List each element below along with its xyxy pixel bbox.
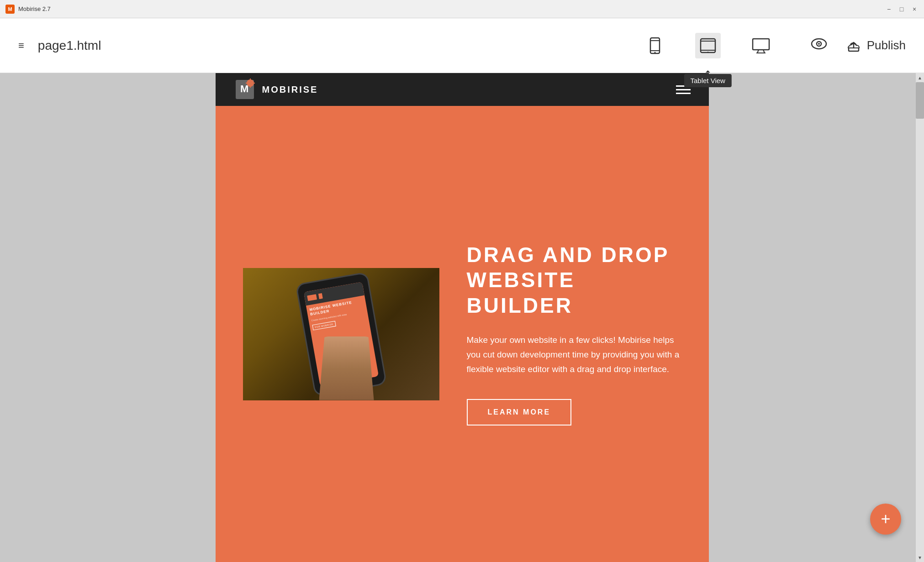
phone-photo: MOBIRISE WEBSITE BUILDER Create stunning… xyxy=(243,268,439,400)
site-logo: M MOBIRISE xyxy=(234,79,318,100)
hero-description: Make your own website in a few clicks! M… xyxy=(467,333,681,377)
svg-point-14 xyxy=(818,43,820,45)
filename: page1.html xyxy=(38,38,642,53)
view-controls: Tablet View xyxy=(642,33,774,58)
hero-image: MOBIRISE WEBSITE BUILDER Create stunning… xyxy=(243,268,439,400)
scrollbar-track: ▲ ▼ xyxy=(916,73,924,562)
phone-screen-btn: FOR MOBRISE xyxy=(312,320,336,330)
window-title: Mobirise 2.7 xyxy=(18,5,885,12)
svg-rect-8 xyxy=(753,39,769,50)
main-area: M MOBIRISE xyxy=(0,73,924,562)
site-logo-text: MOBIRISE xyxy=(262,84,318,95)
publish-button[interactable]: Publish xyxy=(846,38,906,53)
tablet-view-button[interactable] xyxy=(695,33,721,58)
maximize-button[interactable]: □ xyxy=(898,5,906,13)
svg-point-17 xyxy=(247,79,254,87)
website-preview: M MOBIRISE xyxy=(216,73,709,562)
title-bar: M Mobirise 2.7 − □ × xyxy=(0,0,924,18)
learn-more-button[interactable]: LEARN MORE xyxy=(467,399,572,425)
hero-title: DRAG AND DROP WEBSITE BUILDER xyxy=(467,242,681,318)
close-button[interactable]: × xyxy=(910,5,919,13)
hero-section: MOBIRISE WEBSITE BUILDER Create stunning… xyxy=(216,106,709,562)
svg-point-3 xyxy=(654,52,655,53)
desktop-view-button[interactable] xyxy=(748,33,774,58)
svg-point-7 xyxy=(707,52,708,53)
fab-add-button[interactable]: + xyxy=(870,504,901,535)
mobile-view-button[interactable] xyxy=(642,33,668,58)
publish-label: Publish xyxy=(867,38,906,53)
hero-content: DRAG AND DROP WEBSITE BUILDER Make your … xyxy=(467,242,681,425)
scrollbar-arrow-down[interactable]: ▼ xyxy=(916,553,924,562)
hamburger-menu[interactable] xyxy=(676,85,691,94)
preview-button[interactable] xyxy=(810,35,828,56)
scrollbar-arrow-up[interactable]: ▲ xyxy=(916,73,924,82)
toolbar-right: Publish xyxy=(810,35,906,56)
minimize-button[interactable]: − xyxy=(885,5,893,13)
site-nav: M MOBIRISE xyxy=(216,73,709,106)
toolbar: ≡ page1.html xyxy=(0,18,924,73)
scrollbar-thumb[interactable] xyxy=(916,82,924,119)
window-controls: − □ × xyxy=(885,5,919,13)
site-logo-icon: M xyxy=(234,79,256,100)
app-icon: M xyxy=(5,5,15,14)
hand-element xyxy=(319,336,374,400)
menu-icon[interactable]: ≡ xyxy=(18,40,24,52)
